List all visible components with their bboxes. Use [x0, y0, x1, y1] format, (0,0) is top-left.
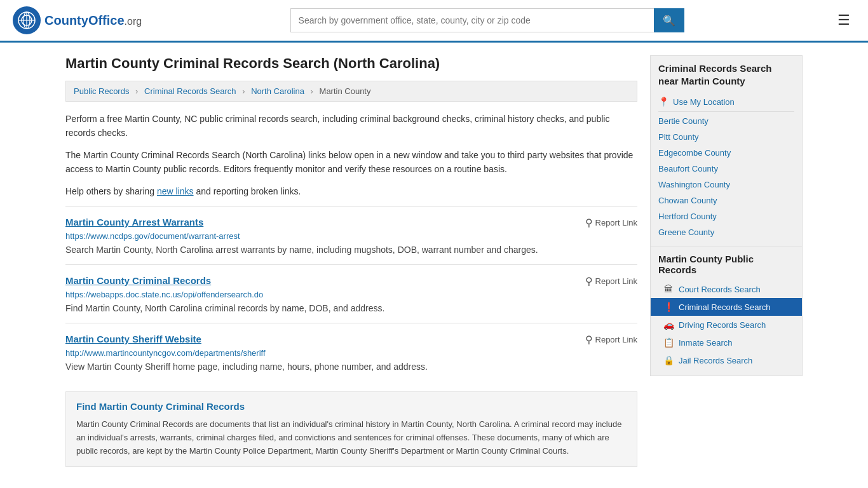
record-desc-1: Find Martin County, North Carolina crimi…	[65, 302, 637, 315]
location-pin-icon: 📍	[658, 97, 669, 107]
record-desc-2: View Martin County Sheriff home page, in…	[65, 360, 637, 374]
sidebar-pub-criminal-records[interactable]: ❗ Criminal Records Search	[651, 298, 802, 316]
record-url-1[interactable]: https://webapps.doc.state.nc.us/opi/offe…	[65, 290, 637, 299]
page-title: Martin County Criminal Records Search (N…	[65, 55, 637, 72]
search-input[interactable]	[290, 8, 654, 32]
find-section-desc: Martin County Criminal Records are docum…	[76, 418, 627, 458]
criminal-records-icon: ❗	[663, 302, 674, 312]
record-item-2: Martin County Sheriff Website ⚲ Report L…	[65, 323, 637, 381]
court-records-icon: 🏛	[663, 284, 674, 294]
sidebar: Criminal Records Search near Martin Coun…	[650, 55, 803, 467]
record-title-2[interactable]: Martin County Sheriff Website	[65, 334, 201, 344]
sidebar-nearby-title: Criminal Records Search near Martin Coun…	[658, 62, 794, 87]
report-link-0[interactable]: ⚲ Report Link	[585, 217, 637, 229]
find-section-title: Find Martin County Criminal Records	[76, 401, 627, 412]
intro-para-3: Help others by sharing new links and rep…	[65, 184, 637, 198]
record-url-0[interactable]: https://www.ncdps.gov/document/warrant-a…	[65, 231, 637, 241]
inmate-search-icon: 📋	[663, 337, 674, 348]
intro-para-1: Perform a free Martin County, NC public …	[65, 112, 637, 140]
use-my-location-link[interactable]: 📍 Use My Location	[658, 93, 794, 110]
search-area: 🔍	[290, 8, 684, 32]
hamburger-icon: ☰	[837, 12, 850, 28]
sidebar-pub-jail-records[interactable]: 🔒 Jail Records Search	[658, 351, 794, 369]
content-area: Martin County Criminal Records Search (N…	[65, 55, 637, 467]
search-button[interactable]: 🔍	[654, 8, 684, 32]
search-icon: 🔍	[663, 15, 675, 26]
breadcrumb-criminal-records-search[interactable]: Criminal Records Search	[144, 86, 236, 96]
report-icon-2: ⚲	[585, 334, 593, 346]
logo-text: CountyOffice.org	[44, 13, 142, 28]
report-link-1[interactable]: ⚲ Report Link	[585, 275, 637, 287]
record-item-1: Martin County Criminal Records ⚲ Report …	[65, 264, 637, 323]
breadcrumb-public-records[interactable]: Public Records	[74, 86, 129, 96]
record-desc-0: Search Martin County, North Carolina arr…	[65, 243, 637, 257]
sidebar-pub-driving-records[interactable]: 🚗 Driving Records Search	[658, 316, 794, 334]
driving-records-icon: 🚗	[663, 320, 674, 330]
report-link-2[interactable]: ⚲ Report Link	[585, 334, 637, 346]
sidebar-nearby-edgecombe[interactable]: Edgecombe County	[658, 145, 794, 161]
sidebar-nearby-hertford[interactable]: Hertford County	[658, 208, 794, 224]
sidebar-nearby-beaufort[interactable]: Beaufort County	[658, 161, 794, 177]
sidebar-nearby-greene[interactable]: Greene County	[658, 224, 794, 240]
menu-button[interactable]: ☰	[832, 10, 855, 31]
record-item-0: Martin County Arrest Warrants ⚲ Report L…	[65, 206, 637, 264]
jail-records-icon: 🔒	[663, 355, 674, 365]
sidebar-nearby-chowan[interactable]: Chowan County	[658, 193, 794, 208]
sidebar-nearby-washington[interactable]: Washington County	[658, 177, 794, 193]
report-icon-0: ⚲	[585, 217, 593, 229]
breadcrumb: Public Records › Criminal Records Search…	[65, 81, 637, 102]
logo-icon	[13, 6, 41, 34]
sidebar-nearby-pitt[interactable]: Pitt County	[658, 129, 794, 145]
sidebar-public-section: Martin County Public Records 🏛 Court Rec…	[650, 247, 803, 376]
new-links-link[interactable]: new links	[157, 186, 194, 196]
record-title-0[interactable]: Martin County Arrest Warrants	[65, 217, 203, 227]
record-title-1[interactable]: Martin County Criminal Records	[65, 275, 211, 286]
record-url-2[interactable]: http://www.martincountyncgov.com/departm…	[65, 348, 637, 358]
sidebar-divider-0	[658, 111, 794, 112]
intro-para-2: The Martin County Criminal Records Searc…	[65, 148, 637, 177]
sidebar-pub-court-records[interactable]: 🏛 Court Records Search	[658, 280, 794, 298]
main-container: Martin County Criminal Records Search (N…	[53, 43, 815, 480]
header: CountyOffice.org 🔍 ☰	[0, 0, 868, 43]
find-section: Find Martin County Criminal Records Mart…	[65, 391, 637, 467]
logo-area: CountyOffice.org	[13, 6, 142, 34]
report-icon-1: ⚲	[585, 275, 593, 287]
sidebar-nearby-bertie[interactable]: Bertie County	[658, 113, 794, 129]
sidebar-public-title: Martin County Public Records	[658, 254, 794, 275]
sidebar-pub-inmate-search[interactable]: 📋 Inmate Search	[658, 334, 794, 351]
breadcrumb-martin-county: Martin County	[320, 86, 371, 96]
breadcrumb-north-carolina[interactable]: North Carolina	[251, 86, 304, 96]
sidebar-nearby-section: Criminal Records Search near Martin Coun…	[650, 55, 803, 247]
